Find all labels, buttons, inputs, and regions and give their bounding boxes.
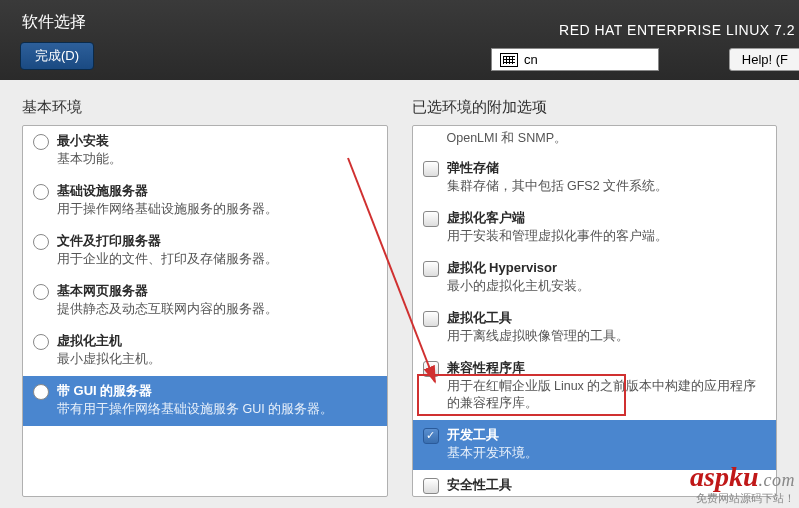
radio-icon (33, 234, 49, 250)
top-bar: 软件选择 完成(D) RED HAT ENTERPRISE LINUX 7.2 … (0, 0, 799, 80)
checkbox-icon (423, 428, 439, 444)
item-desc: 用于在红帽企业版 Linux 的之前版本中构建的应用程序的兼容程序库。 (447, 378, 767, 412)
item-title: 基础设施服务器 (57, 182, 377, 200)
base-env-item[interactable]: 基础设施服务器用于操作网络基础设施服务的服务器。 (23, 176, 387, 226)
help-button[interactable]: Help! (F (729, 48, 799, 71)
item-title: 虚拟化工具 (447, 309, 767, 327)
addons-panel: OpenLMI 和 SNMP。 弹性存储集群存储，其中包括 GFS2 文件系统。… (412, 125, 778, 497)
addon-item[interactable]: 弹性存储集群存储，其中包括 GFS2 文件系统。 (413, 153, 777, 203)
addon-item[interactable]: 虚拟化 Hypervisor最小的虚拟化主机安装。 (413, 253, 777, 303)
base-env-panel: 最小安装基本功能。基础设施服务器用于操作网络基础设施服务的服务器。文件及打印服务… (22, 125, 388, 497)
watermark: aspku.com 免费网站源码下站！ (690, 466, 795, 506)
radio-icon (33, 284, 49, 300)
checkbox-icon (423, 361, 439, 377)
base-env-item[interactable]: 最小安装基本功能。 (23, 126, 387, 176)
base-env-item[interactable]: 虚拟化主机最小虚拟化主机。 (23, 326, 387, 376)
item-desc: 带有用于操作网络基础设施服务 GUI 的服务器。 (57, 401, 377, 418)
checkbox-icon (423, 261, 439, 277)
page-title: 软件选择 (22, 12, 86, 33)
item-title: 虚拟化主机 (57, 332, 377, 350)
base-env-item[interactable]: 基本网页服务器提供静态及动态互联网内容的服务器。 (23, 276, 387, 326)
done-button[interactable]: 完成(D) (20, 42, 94, 70)
addon-item[interactable]: 虚拟化工具用于离线虚拟映像管理的工具。 (413, 303, 777, 353)
keyboard-layout-button[interactable]: cn (491, 48, 659, 71)
watermark-sub: 免费网站源码下站！ (690, 491, 795, 506)
checkbox-icon (423, 311, 439, 327)
keyboard-layout-label: cn (524, 52, 538, 67)
brand-label: RED HAT ENTERPRISE LINUX 7.2 (559, 22, 795, 38)
addons-column: 已选环境的附加选项 OpenLMI 和 SNMP。 弹性存储集群存储，其中包括 … (412, 98, 778, 497)
item-desc: 用于安装和管理虚拟化事件的客户端。 (447, 228, 767, 245)
item-title: 文件及打印服务器 (57, 232, 377, 250)
item-title: 虚拟化客户端 (447, 209, 767, 227)
checkbox-icon (423, 211, 439, 227)
addons-heading: 已选环境的附加选项 (412, 98, 778, 117)
radio-icon (33, 384, 49, 400)
item-desc: 提供静态及动态互联网内容的服务器。 (57, 301, 377, 318)
base-env-item[interactable]: 文件及打印服务器用于企业的文件、打印及存储服务器。 (23, 226, 387, 276)
content-area: 基本环境 最小安装基本功能。基础设施服务器用于操作网络基础设施服务的服务器。文件… (0, 80, 799, 507)
help-button-label: Help! (F (742, 52, 788, 67)
base-env-heading: 基本环境 (22, 98, 388, 117)
base-env-item[interactable]: 带 GUI 的服务器带有用于操作网络基础设施服务 GUI 的服务器。 (23, 376, 387, 426)
keyboard-icon (500, 53, 518, 67)
addon-item[interactable]: 兼容性程序库用于在红帽企业版 Linux 的之前版本中构建的应用程序的兼容程序库… (413, 353, 777, 420)
item-title: 开发工具 (447, 426, 767, 444)
item-desc: 基本开发环境。 (447, 445, 767, 462)
item-desc: 用于操作网络基础设施服务的服务器。 (57, 201, 377, 218)
base-env-column: 基本环境 最小安装基本功能。基础设施服务器用于操作网络基础设施服务的服务器。文件… (22, 98, 388, 497)
addon-partial-desc: OpenLMI 和 SNMP。 (413, 126, 777, 153)
item-desc: 最小的虚拟化主机安装。 (447, 278, 767, 295)
watermark-logo1: aspku (690, 461, 758, 492)
item-desc: 最小虚拟化主机。 (57, 351, 377, 368)
item-title: 兼容性程序库 (447, 359, 767, 377)
radio-icon (33, 334, 49, 350)
done-button-label: 完成(D) (35, 48, 79, 63)
item-title: 最小安装 (57, 132, 377, 150)
item-desc: 集群存储，其中包括 GFS2 文件系统。 (447, 178, 767, 195)
item-title: 弹性存储 (447, 159, 767, 177)
radio-icon (33, 184, 49, 200)
checkbox-icon (423, 161, 439, 177)
item-desc: 基本功能。 (57, 151, 377, 168)
item-title: 虚拟化 Hypervisor (447, 259, 767, 277)
addon-item[interactable]: 虚拟化客户端用于安装和管理虚拟化事件的客户端。 (413, 203, 777, 253)
item-title: 带 GUI 的服务器 (57, 382, 377, 400)
item-desc: 用于离线虚拟映像管理的工具。 (447, 328, 767, 345)
item-desc: 用于企业的文件、打印及存储服务器。 (57, 251, 377, 268)
checkbox-icon (423, 478, 439, 494)
radio-icon (33, 134, 49, 150)
watermark-logo2: .com (759, 470, 796, 490)
item-title: 基本网页服务器 (57, 282, 377, 300)
